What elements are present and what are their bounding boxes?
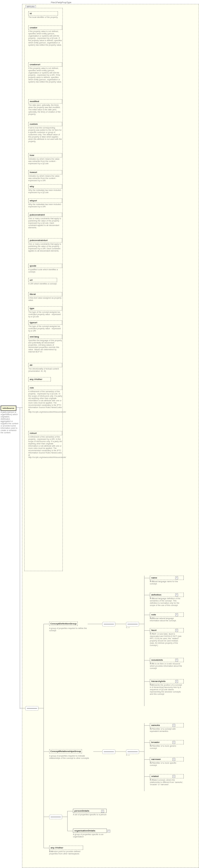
attr-label: xml:lang — [28, 335, 62, 339]
concept-definition-group: ConceptDefinitionGroup — [49, 622, 78, 626]
attr-howuri: howuriIndicates by which means the value… — [28, 170, 62, 182]
attr-desc: The type of the concept assigned as cont… — [28, 325, 62, 332]
cardinality: 0..∞ — [126, 754, 130, 756]
cardinality: 0..∞ — [150, 762, 154, 763]
attr-desc: A free-text value assigned as property v… — [28, 297, 62, 302]
expand-icon[interactable]: + — [172, 775, 175, 778]
attr-desc: Why the metadata has been included - exp… — [28, 203, 62, 208]
leaf-desc: A group of properties specific to an org… — [73, 833, 107, 838]
expand-icon[interactable]: + — [172, 724, 175, 727]
attr-qcode: qcodeA qualified code which identifies a… — [28, 264, 62, 273]
type-title: Flex1PartyPropType — [51, 1, 71, 4]
attr-dir: dirThe directionality of textual content… — [28, 363, 62, 372]
group-label: ConceptDefinitionGroup — [50, 622, 77, 625]
attr-desc: If the property value is not defined, sp… — [28, 67, 62, 83]
attr-label: literal — [28, 292, 62, 296]
attr-label: custom — [28, 122, 62, 126]
expand-icon[interactable]: + — [172, 758, 175, 761]
attr-label: uri — [28, 278, 57, 282]
attr-label: creatoruri — [28, 62, 62, 67]
leaf-desc: A natural language name for the concept. — [150, 581, 184, 585]
attr-uri: uriA URI which identifies a concept. — [28, 278, 57, 285]
connector — [44, 817, 49, 817]
expand-icon[interactable]: + — [175, 680, 178, 683]
attr-label: roleuri — [28, 431, 62, 435]
cardinality: 0..∞ — [150, 727, 154, 729]
sequence-icon — [102, 622, 115, 626]
attr-label: creator — [28, 26, 62, 30]
attr-label: type — [28, 306, 62, 311]
connector — [115, 751, 126, 752]
cardinality: 0..∞ — [150, 778, 154, 780]
connector — [144, 681, 150, 682]
expand-icon[interactable]: + — [175, 629, 178, 632]
attr-desc: If set to true the corresponding propert… — [28, 127, 62, 143]
attr-creatoruri: creatoruriIf the property value is not d… — [28, 62, 62, 83]
cardinality: 0..∞ — [150, 597, 154, 599]
leaf-desc: A related concept, where the relationshi… — [150, 779, 184, 786]
attr-desc: Specifies the language of this property … — [28, 339, 62, 353]
attr-why: whyWhy the metadata has been included - … — [28, 184, 62, 194]
leaf-desc: Extension point for provider-defined pro… — [49, 850, 83, 855]
expand-icon[interactable]: + — [172, 741, 175, 744]
infosource-desc: A party (person or organisation) which o… — [1, 411, 20, 434]
connector — [93, 751, 102, 752]
connector — [144, 742, 150, 743]
rel-sameAs: sameAsAn identifier of a concept with eq… — [150, 723, 184, 733]
cardinality: 0..∞ — [150, 662, 154, 664]
leaf-desc: A natural language definition of the sem… — [150, 597, 184, 607]
expand-icon[interactable]: + — [101, 810, 104, 813]
leaf-label: organisationDetails — [73, 829, 107, 833]
sequence-icon — [26, 706, 38, 711]
leaf-desc: An identifier of a concept with equivale… — [150, 728, 184, 733]
leaf-label: definition — [150, 593, 184, 597]
organisation-details: organisationDetails A group of propertie… — [73, 829, 107, 838]
expand-icon[interactable]: + — [175, 593, 178, 596]
attr-how: howIndicates by which means the value wa… — [28, 153, 62, 165]
choice-icon — [49, 815, 62, 819]
attr-desc: A refinement of the semantics of the pro… — [28, 391, 62, 413]
attributes-container — [24, 8, 63, 571]
expand-icon[interactable]: + — [175, 659, 178, 661]
connector — [144, 660, 150, 660]
attr-desc: The local identifier of the property. — [28, 16, 58, 19]
attr-type: typeThe type of the concept assigned as … — [28, 306, 62, 318]
leaf-desc: Additional natural language information … — [150, 617, 184, 622]
connector — [144, 630, 150, 631]
leaf-desc: In NAR 1.8 and later, facet is deprecate… — [150, 633, 184, 647]
connector — [38, 708, 44, 708]
leaf-label: any ##other — [49, 846, 83, 850]
expand-icon[interactable]: + — [108, 830, 110, 833]
connector — [16, 407, 23, 408]
attr-xmllang: xml:langSpecifies the language of this p… — [28, 335, 62, 353]
group-desc: A group of properties required to indica… — [49, 755, 94, 760]
any-other: any ##other Extension point for provider… — [49, 846, 83, 855]
connector — [62, 817, 67, 817]
def-remoteInfo: remoteInfoA link to an item or a web res… — [150, 658, 184, 670]
attr-pubconstrainturi: pubconstrainturiOne or many constraints … — [28, 238, 62, 252]
attr-desc: If the property value is not defined, sp… — [28, 30, 62, 46]
cardinality: 0..∞ — [126, 626, 130, 628]
attr-desc: One or many constraints that apply to pu… — [28, 217, 62, 229]
attr-label: typeuri — [28, 320, 62, 325]
cardinality: 0..∞ — [49, 850, 53, 852]
attr-desc: One or many constraints that apply to pu… — [28, 243, 62, 252]
leaf-desc: Represents the position of a concept in … — [150, 684, 184, 695]
attr-modified: modifiedThe date (and, optionally, the t… — [28, 99, 62, 116]
sequence-icon — [126, 749, 139, 754]
diagram-canvas: Flex1PartyPropType attributes infoSource… — [0, 0, 199, 868]
expand-icon[interactable]: + — [175, 613, 178, 616]
attr-desc: The type of the concept assigned as cont… — [28, 311, 62, 318]
attr-label: pubconstrainturi — [28, 238, 62, 243]
attr-label: whyuri — [28, 198, 62, 203]
attr-whyuri: whyuriWhy the metadata has been included… — [28, 198, 62, 208]
attr-label: howuri — [28, 170, 62, 175]
attr-desc: The date (and, optionally, the time) whe… — [28, 104, 62, 116]
attr-label: id — [28, 11, 58, 16]
leaf-label: facet — [150, 628, 184, 632]
infosource-element: infoSource — [1, 405, 16, 411]
leaf-desc: A link to an item or a web resource whic… — [150, 663, 184, 670]
connector — [138, 624, 144, 624]
expand-icon[interactable]: + — [175, 577, 178, 579]
leaf-label: broader — [150, 740, 184, 744]
